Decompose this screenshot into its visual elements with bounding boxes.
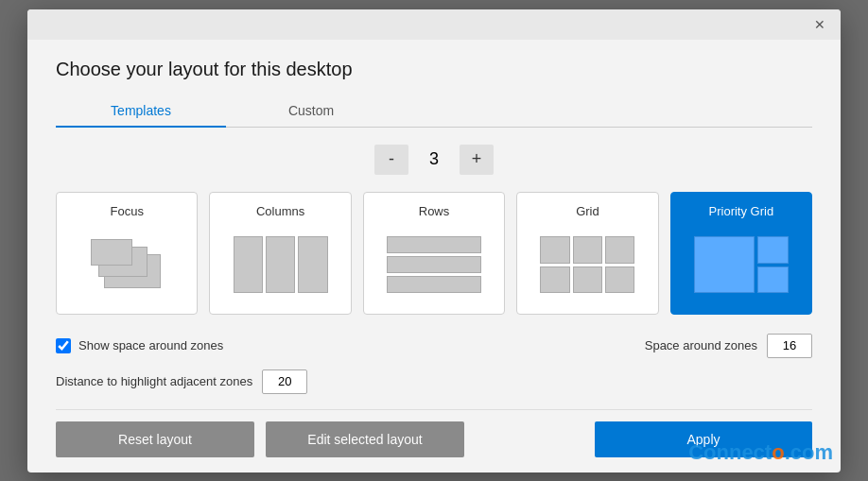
- tab-templates[interactable]: Templates: [56, 95, 226, 128]
- priority-side2: [757, 266, 788, 294]
- row3: [387, 276, 481, 293]
- distance-input[interactable]: [262, 369, 307, 394]
- layout-card-priority-grid[interactable]: Priority Grid: [670, 192, 812, 315]
- zone-count: 3: [420, 149, 448, 169]
- priority-side1: [757, 236, 788, 264]
- focus-preview: [68, 228, 185, 302]
- grid-preview: [529, 228, 646, 302]
- focus-label: Focus: [111, 204, 144, 218]
- col1: [234, 236, 263, 293]
- priority-grid-label: Priority Grid: [709, 204, 774, 218]
- show-space-checkbox[interactable]: [56, 338, 71, 353]
- row1: [387, 236, 481, 253]
- row2: [387, 256, 481, 273]
- columns-label: Columns: [256, 204, 304, 218]
- space-zone-label: Space around zones: [645, 338, 757, 352]
- grid-label: Grid: [576, 204, 599, 218]
- space-zone-group: Space around zones: [645, 334, 812, 358]
- priority-grid-preview: [683, 228, 800, 302]
- dialog-content: Choose your layout for this desktop Temp…: [27, 40, 841, 472]
- close-icon: ✕: [814, 17, 825, 32]
- layout-card-grid[interactable]: Grid: [516, 192, 658, 315]
- layout-card-focus[interactable]: Focus: [56, 192, 198, 315]
- show-space-text: Show space around zones: [78, 338, 223, 352]
- layout-options: Focus Columns: [56, 192, 812, 315]
- reset-layout-button[interactable]: Reset layout: [56, 421, 254, 457]
- g3: [605, 236, 634, 264]
- g5: [573, 266, 602, 294]
- increment-button[interactable]: +: [460, 145, 494, 175]
- g1: [540, 236, 569, 264]
- number-control: - 3 +: [56, 145, 812, 175]
- rows-preview: [375, 228, 493, 302]
- options-row: Show space around zones Space around zon…: [56, 334, 812, 358]
- space-zone-input[interactable]: [767, 334, 812, 358]
- show-space-label[interactable]: Show space around zones: [56, 338, 223, 353]
- columns-preview: [221, 228, 339, 302]
- layout-dialog: ✕ Choose your layout for this desktop Te…: [27, 9, 841, 472]
- apply-button[interactable]: Apply: [595, 421, 812, 457]
- close-button[interactable]: ✕: [807, 11, 833, 38]
- distance-row: Distance to highlight adjacent zones: [56, 369, 812, 394]
- dialog-title: Choose your layout for this desktop: [56, 59, 812, 80]
- edit-layout-button[interactable]: Edit selected layout: [266, 421, 464, 457]
- layout-card-rows[interactable]: Rows: [363, 192, 505, 315]
- g6: [605, 266, 634, 294]
- g2: [573, 236, 602, 264]
- rows-label: Rows: [419, 204, 450, 218]
- tab-custom[interactable]: Custom: [226, 95, 396, 128]
- col3: [298, 236, 327, 293]
- decrement-button[interactable]: -: [374, 145, 408, 175]
- distance-label: Distance to highlight adjacent zones: [56, 374, 252, 388]
- priority-main: [694, 236, 755, 293]
- g4: [540, 266, 569, 294]
- layout-card-columns[interactable]: Columns: [209, 192, 351, 315]
- tabs-container: Templates Custom: [56, 95, 812, 128]
- col2: [266, 236, 295, 293]
- footer-buttons: Reset layout Edit selected layout Apply: [56, 409, 812, 457]
- title-bar: ✕: [27, 9, 841, 40]
